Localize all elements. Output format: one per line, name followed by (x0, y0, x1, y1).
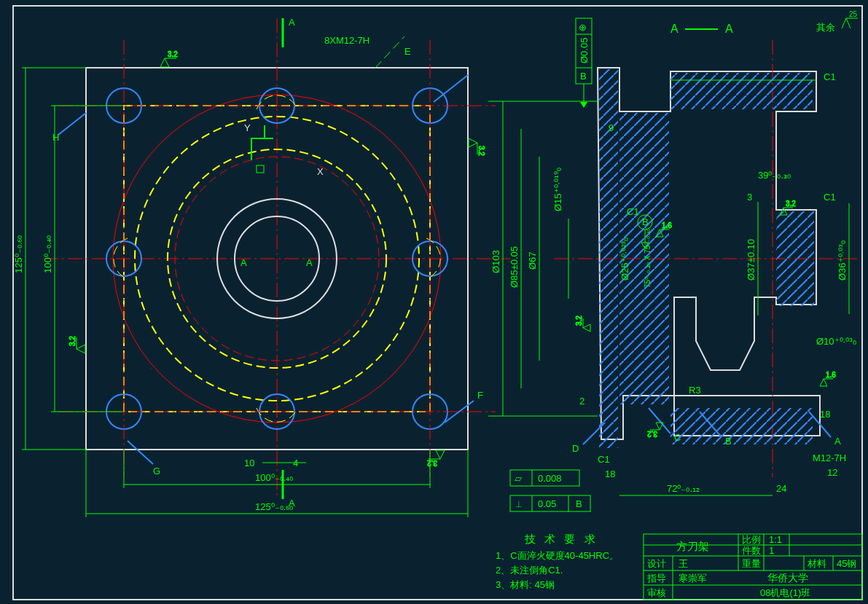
svg-text:其余: 其余 (816, 22, 835, 33)
dim4: 4 (293, 458, 298, 468)
svg-line-27 (58, 113, 86, 135)
svg-text:材料: 材料 (807, 558, 826, 569)
leader-F: F (477, 390, 483, 401)
svg-text:45钢: 45钢 (837, 558, 856, 569)
svg-text:⟂: ⟂ (516, 498, 522, 509)
svg-text:0.008: 0.008 (538, 473, 562, 484)
svg-text:设计: 设计 (647, 558, 666, 569)
gtol-perp: ⟂ 0.05 B (510, 495, 590, 511)
svg-text:技  术  要  求: 技 术 要 求 (524, 533, 598, 545)
svg-line-26 (128, 441, 153, 464)
svg-text:比例: 比例 (742, 534, 761, 545)
svg-line-24 (434, 75, 468, 102)
plan-view: X Y A A 8XM12-7H E F G H A A 3.2 3.2 3.2… (13, 17, 510, 517)
cad-canvas: X Y A A 8XM12-7H E F G H A A 3.2 3.2 3.2… (0, 0, 868, 604)
svg-text:D: D (572, 443, 579, 454)
d37: Ø37±0.10 (746, 239, 756, 281)
leader-G: G (153, 466, 160, 476)
axis-x: X (317, 166, 324, 177)
svg-text:▱: ▱ (515, 473, 522, 484)
leader-E: E (404, 46, 411, 57)
d36: Ø36⁺⁰·⁰³₀ (837, 240, 848, 281)
svg-text:A: A (670, 23, 679, 35)
svg-text:08机电(1)班: 08机电(1)班 (760, 587, 810, 598)
svg-text:3.2: 3.2 (786, 200, 796, 208)
d103: Ø103 (490, 250, 501, 273)
dim10: 10 (244, 458, 254, 468)
svg-text:A: A (834, 436, 841, 447)
svg-text:3.2: 3.2 (477, 146, 485, 156)
c1-c: C1 (627, 206, 639, 217)
dim18r: 18 (820, 409, 830, 420)
svg-text:B: B (576, 498, 582, 509)
svg-text:审核: 审核 (647, 587, 666, 598)
svg-rect-22 (257, 165, 264, 173)
svg-text:25: 25 (849, 10, 858, 18)
svg-text:A: A (725, 23, 733, 35)
svg-text:1:1: 1:1 (769, 534, 782, 545)
svg-text:1、C面淬火硬度40-45HRC。: 1、C面淬火硬度40-45HRC。 (496, 550, 619, 561)
svg-rect-57 (776, 211, 814, 306)
c1-d: C1 (598, 454, 610, 465)
section-label: A A (670, 23, 733, 35)
svg-text:C: C (674, 432, 681, 443)
svg-text:1: 1 (769, 545, 774, 556)
d85: Ø85±0.05 (509, 246, 520, 288)
svg-text:王: 王 (679, 558, 688, 569)
dim-125v: 125⁰₋₀.₆₀ (13, 235, 24, 273)
dim-100h: 100⁰₋₀.₄₀ (255, 472, 293, 483)
dim12: 12 (827, 467, 837, 478)
d67: Ø67 (527, 251, 538, 270)
hole-spec: 8XM12-7H (324, 35, 370, 46)
svg-rect-55 (670, 73, 813, 109)
axis-a2: A (306, 257, 313, 268)
title-block: 方刀架 比例1:1 件数1 设计王 重量 材料45钢 指导寒崇军 华侨大学 审核… (644, 534, 862, 600)
dim-100v: 100⁰₋₀.₄₀ (42, 235, 53, 273)
dim24: 24 (776, 483, 786, 494)
svg-text:B: B (725, 436, 732, 447)
dim3: 3 (747, 192, 752, 203)
svg-text:寒崇军: 寒崇军 (679, 573, 707, 584)
svg-text:Ø0.05: Ø0.05 (579, 38, 590, 63)
svg-text:1.6: 1.6 (662, 221, 672, 230)
svg-text:1.6: 1.6 (826, 371, 836, 379)
gtol-flat: ▱ 0.008 (510, 470, 579, 486)
axis-a: A (241, 257, 247, 268)
svg-text:0.05: 0.05 (538, 498, 556, 509)
svg-line-23 (375, 36, 404, 68)
svg-text:3.2: 3.2 (647, 430, 657, 438)
d15: Ø15⁺⁰·⁰¹⁹₀ (552, 168, 563, 211)
d10: Ø10⁺⁰·⁰³₀ (816, 336, 856, 347)
dim2: 2 (579, 396, 584, 407)
r3: R3 (689, 385, 701, 396)
dim39: 39⁰₋₀.₃₀ (758, 170, 791, 181)
svg-text:3.2: 3.2 (575, 315, 583, 326)
axis-y: Y (244, 122, 251, 133)
svg-text:件数: 件数 (742, 545, 761, 556)
svg-text:3、材料: 45钢: 3、材料: 45钢 (496, 579, 555, 590)
thread: M12-7H (813, 452, 846, 463)
gtol-top: ⊕ Ø0.05 B (576, 18, 592, 108)
svg-text:⊕: ⊕ (579, 22, 587, 33)
tech-req: 技 术 要 求 1、C面淬火硬度40-45HRC。 2、未注倒角C1. 3、材料… (496, 533, 619, 590)
svg-text:3.2: 3.2 (427, 459, 437, 467)
dim18: 18 (605, 468, 615, 479)
dim-125h: 125⁰₋₀.₆₀ (255, 501, 293, 512)
d25: Ø25⁺⁰·⁰²³₀ (619, 238, 630, 281)
section-top: A (289, 17, 295, 28)
dim9: 9 (609, 122, 614, 133)
default-surf: 其余 25 (816, 10, 858, 33)
svg-text:3.2: 3.2 (69, 336, 77, 346)
svg-text:指导: 指导 (646, 573, 666, 584)
svg-text:3.2: 3.2 (168, 50, 178, 58)
svg-text:B: B (642, 216, 649, 227)
c1-a: C1 (824, 71, 836, 82)
svg-text:华侨大学: 华侨大学 (767, 572, 808, 584)
section-view: Ø103 Ø85±0.05 Ø67 Ø25⁺⁰·⁰²³₀ Ø15⁺⁰·⁰¹⁹₀ … (488, 40, 860, 495)
svg-text:2、未注倒角C1.: 2、未注倒角C1. (496, 565, 563, 576)
svg-text:重量: 重量 (742, 558, 761, 569)
svg-text:方刀架: 方刀架 (676, 540, 709, 552)
dim72: 72⁰₋₀.₁₂ (667, 483, 700, 494)
svg-rect-56 (670, 408, 813, 444)
c1-b: C1 (824, 192, 836, 203)
